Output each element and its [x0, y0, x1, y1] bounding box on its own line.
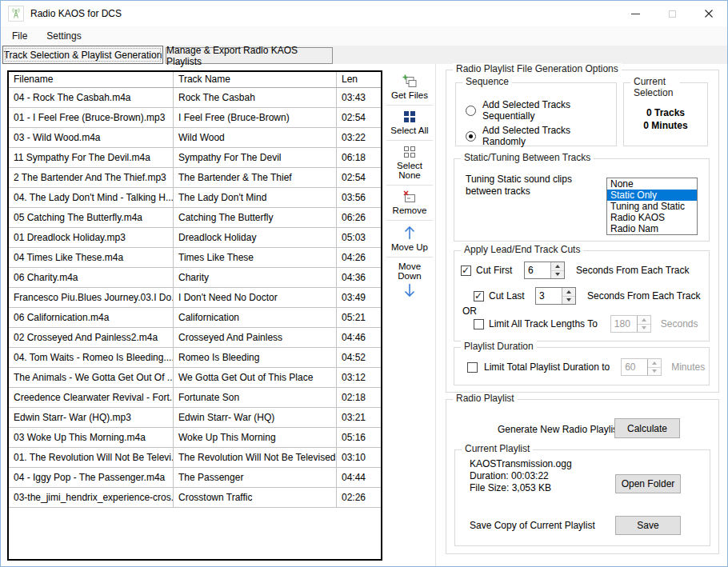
playlist-filename: KAOSTransmission.ogg: [470, 458, 572, 470]
radio-sequential[interactable]: Add Selected Tracks Sequentially: [466, 99, 616, 122]
menu-file[interactable]: File: [4, 27, 35, 45]
table-row[interactable]: 02 Crosseyed And Painless2.m4aCrosseyed …: [9, 328, 381, 348]
table-header: Filename Track Name Len: [9, 72, 381, 88]
listbox-option[interactable]: Static Only: [607, 190, 697, 201]
open-folder-button[interactable]: Open Folder: [615, 474, 681, 493]
table-row[interactable]: 04 Times Like These.m4aTimes Like These0…: [9, 248, 381, 268]
title-bar: Radio KAOS for DCS: [1, 1, 727, 26]
current-selection-groupbox: Current Selection 0 Tracks 0 Minutes: [623, 82, 708, 146]
listbox-option[interactable]: None: [607, 178, 697, 190]
listbox-option[interactable]: Radio Nam: [607, 223, 697, 234]
radio-icon[interactable]: [466, 131, 476, 142]
table-cell: 02:18: [337, 388, 381, 407]
column-header-trackname[interactable]: Track Name: [174, 72, 337, 87]
limit-length-checkbox[interactable]: [474, 319, 484, 329]
cut-last-checkbox[interactable]: [474, 291, 484, 301]
table-cell: 04 - Iggy Pop - The Passenger.m4a: [9, 468, 174, 487]
maximize-button[interactable]: [654, 1, 690, 26]
table-row[interactable]: 03 - Wild Wood.m4aWild Wood03:22: [9, 128, 381, 148]
sequence-group-title: Sequence: [462, 76, 512, 87]
remove-button[interactable]: Remove: [386, 186, 433, 221]
table-row[interactable]: Francesco Piu.Blues Journey.03.I Do...I …: [9, 288, 381, 308]
table-cell: Romeo Is Bleeding: [174, 348, 337, 367]
table-row[interactable]: 04 - Iggy Pop - The Passenger.m4aThe Pas…: [9, 468, 381, 488]
table-row[interactable]: 01. The Revolution Will Not Be Televi...…: [9, 448, 381, 468]
table-cell: 01 - I Feel Free (Bruce-Brown).mp3: [9, 108, 174, 127]
limit-length-spinner: 180: [610, 315, 651, 333]
table-row[interactable]: 05 Catching The Butterfly.m4aCatching Th…: [9, 208, 381, 228]
spin-up-button[interactable]: [562, 288, 575, 297]
minimize-icon: [631, 14, 640, 14]
cut-last-suffix: Seconds From Each Track: [587, 290, 700, 301]
table-cell: 04. The Lady Don't Mind - Talking H...: [9, 188, 174, 207]
table-cell: The Animals - We Gotta Get Out Of ...: [9, 368, 174, 387]
cut-first-spinner[interactable]: 6: [524, 262, 565, 279]
select-all-button[interactable]: Select All: [386, 106, 433, 141]
move-down-button[interactable]: Move Down: [386, 258, 433, 303]
move-up-button[interactable]: Move Up: [386, 221, 433, 258]
listbox-option[interactable]: Tuning and Static: [607, 201, 697, 212]
select-all-icon: [404, 111, 415, 122]
options-group-title: Radio Playlist File Generation Options: [453, 63, 622, 74]
calculate-button[interactable]: Calculate: [614, 418, 680, 438]
current-playlist-title: Current Playlist: [462, 443, 533, 454]
spin-down-button[interactable]: [562, 297, 575, 305]
table-cell: 03 - Wild Wood.m4a: [9, 128, 174, 147]
select-none-button[interactable]: Select None: [386, 141, 433, 186]
radio-icon[interactable]: [466, 106, 476, 116]
tab-manage-export[interactable]: Manage & Export Radio KAOS Playlists: [166, 47, 333, 64]
spin-down-button[interactable]: [551, 271, 564, 279]
table-cell: The Passenger: [174, 468, 337, 487]
menu-settings[interactable]: Settings: [38, 27, 89, 45]
table-cell: 06:18: [337, 148, 381, 167]
table-cell: Edwin Starr- War (HQ): [174, 408, 337, 427]
table-cell: 03:12: [337, 368, 381, 387]
table-cell: We Gotta Get Out of This Place: [174, 368, 337, 387]
window-title: Radio KAOS for DCS: [30, 8, 122, 19]
table-row[interactable]: Edwin Starr- War (HQ).mp3Edwin Starr- Wa…: [9, 408, 381, 428]
table-row[interactable]: 06 Californication.m4aCalifornication05:…: [9, 308, 381, 328]
table-cell: 01 Dreadlock Holiday.mp3: [9, 228, 174, 247]
table-cell: Crosseyed And Painless: [174, 328, 337, 347]
playlist-duration: Duration: 00:03:22: [470, 470, 572, 482]
table-cell: I Feel Free (Bruce-Brown): [174, 108, 337, 127]
table-cell: 03:22: [337, 128, 381, 147]
table-row[interactable]: 2 The Bartender And The Thief.mp3The Bar…: [9, 168, 381, 188]
tab-track-selection[interactable]: Track Selection & Playlist Generation: [2, 46, 163, 64]
radio-playlist-title: Radio Playlist: [453, 393, 518, 404]
table-row[interactable]: 04. The Lady Don't Mind - Talking H...Th…: [9, 188, 381, 208]
static-tuning-label: Tuning Static sound clips between tracks: [466, 174, 572, 198]
table-row[interactable]: 04 - Rock The Casbah.m4aRock The Casbah0…: [9, 88, 381, 108]
close-button[interactable]: [690, 1, 727, 26]
table-row[interactable]: 04. Tom Waits - Romeo Is Bleeding....Rom…: [9, 348, 381, 368]
table-cell: Californication: [174, 308, 337, 327]
sequence-groupbox: Sequence Add Selected Tracks Sequentiall…: [455, 82, 617, 146]
save-copy-label: Save Copy of Current Playlist: [470, 520, 595, 532]
table-row[interactable]: 03-the_jimi_hendrix_experience-cros...Cr…: [9, 488, 381, 508]
table-cell: 02:54: [337, 168, 381, 187]
radio-random[interactable]: Add Selected Tracks Randomly: [466, 125, 616, 147]
save-button[interactable]: Save: [615, 516, 681, 535]
table-cell: 03:49: [337, 288, 381, 307]
table-row[interactable]: 03 Woke Up This Morning.m4aWoke Up This …: [9, 428, 381, 448]
table-cell: Sympathy For The Devil: [174, 148, 337, 167]
cut-first-checkbox[interactable]: [461, 266, 471, 276]
limit-duration-checkbox[interactable]: [467, 362, 478, 373]
table-row[interactable]: Creedence Clearwater Revival - Fort...Fo…: [9, 388, 381, 408]
cut-first-label: Cut First: [476, 265, 519, 276]
get-files-button[interactable]: Get Files: [386, 70, 433, 106]
table-row[interactable]: 06 Charity.m4aCharity04:36: [9, 268, 381, 288]
radio-tower-icon: [8, 6, 24, 22]
table-row[interactable]: The Animals - We Gotta Get Out Of ...We …: [9, 368, 381, 388]
static-tuning-listbox[interactable]: NoneStatic OnlyTuning and StaticRadio KA…: [606, 178, 698, 235]
track-cuts-title: Apply Lead/End Track Cuts: [461, 244, 583, 255]
column-header-len[interactable]: Len: [337, 72, 381, 87]
table-row[interactable]: 01 - I Feel Free (Bruce-Brown).mp3I Feel…: [9, 108, 381, 128]
listbox-option[interactable]: Radio KAOS: [607, 212, 697, 223]
spin-up-button[interactable]: [551, 262, 564, 271]
minimize-button[interactable]: [617, 1, 654, 26]
column-header-filename[interactable]: Filename: [9, 72, 174, 87]
table-row[interactable]: 01 Dreadlock Holiday.mp3Dreadlock Holida…: [9, 228, 381, 248]
table-row[interactable]: 11 Sympathy For The Devil.m4aSympathy Fo…: [9, 148, 381, 168]
cut-last-spinner[interactable]: 3: [535, 287, 576, 305]
